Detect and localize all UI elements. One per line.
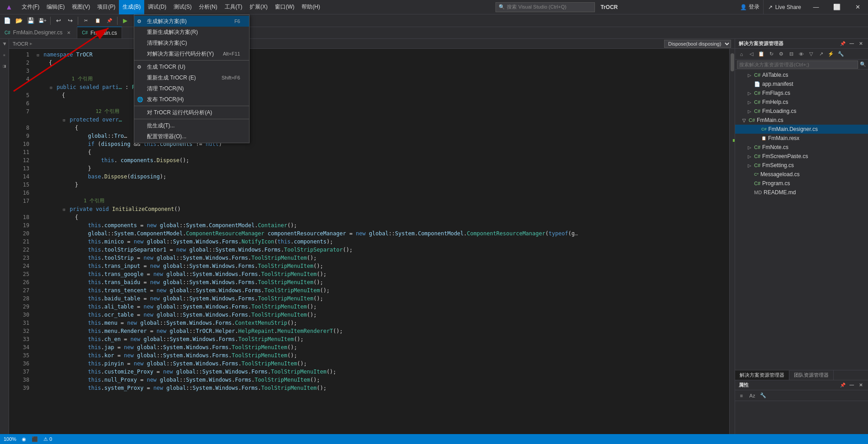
- tree-item-fmflags[interactable]: ▷ C# FmFlags.cs: [735, 89, 868, 98]
- search-box[interactable]: 🔍 搜索 Visual Studio (Ctrl+Q): [495, 2, 595, 12]
- se-btn-refresh[interactable]: ↻: [767, 50, 776, 59]
- menu-batch-build[interactable]: 批生成(T)...: [134, 120, 249, 131]
- code-line-14: base.Dispose(disposing);: [34, 173, 729, 181]
- toolbar-copy[interactable]: 📋: [92, 16, 103, 26]
- menu-help[interactable]: 帮助(H): [298, 0, 324, 14]
- toolbar-redo[interactable]: ↪: [65, 16, 75, 26]
- tree-item-fmmain-designer[interactable]: C# FmMain.Designer.cs: [735, 125, 868, 134]
- tree-item-alitable[interactable]: ▷ C# AliTable.cs: [735, 70, 868, 79]
- se-btn-settings[interactable]: ⚙: [777, 50, 786, 59]
- code-line-17: ⊟ private void InitializeComponent(): [34, 205, 729, 213]
- scrollbar-vertical[interactable]: [729, 49, 735, 434]
- tree-item-fmloading[interactable]: ▷ C# FmLoading.cs: [735, 107, 868, 116]
- live-share-button[interactable]: ↗ Live Share: [763, 0, 806, 14]
- props-pin-icon[interactable]: 📌: [839, 382, 846, 389]
- tree-item-readme[interactable]: MD README.md: [735, 188, 868, 197]
- tree-item-program[interactable]: C# Program.cs: [735, 179, 868, 188]
- menu-window[interactable]: 窗口(W): [271, 0, 298, 14]
- panel-pin-icon[interactable]: 📌: [839, 40, 846, 47]
- se-btn-git1[interactable]: ↗: [816, 50, 826, 59]
- menu-analyze-trocr[interactable]: 对 TrOCR 运行代码分析(A): [134, 107, 249, 118]
- tab-fmmain-designer[interactable]: C# FmMain.Designer.cs ✕: [0, 27, 77, 38]
- menu-test[interactable]: 测试(S): [170, 0, 195, 14]
- menu-debug[interactable]: 调试(D): [144, 0, 170, 14]
- menu-publish-trocr[interactable]: 🌐 发布 TrOCR(H): [134, 94, 249, 105]
- maximize-button[interactable]: ⬜: [826, 0, 847, 14]
- menu-analyze[interactable]: 分析(N): [195, 0, 221, 14]
- minimize-button[interactable]: —: [806, 0, 826, 14]
- se-btn-filter[interactable]: ▽: [807, 50, 816, 59]
- code-line-15: }: [34, 181, 729, 189]
- toolbar-debug-start[interactable]: ▶: [120, 16, 131, 26]
- tree-item-fmsetting[interactable]: ▷ C# FmSetting.cs: [735, 161, 868, 170]
- se-btn-back[interactable]: ◁: [747, 50, 756, 59]
- panel-close-icon[interactable]: ✕: [857, 40, 864, 47]
- status-icon-1[interactable]: ◉: [22, 436, 26, 442]
- props-alpha-btn[interactable]: Az: [748, 391, 757, 400]
- menu-edit[interactable]: 编辑(E): [43, 0, 68, 14]
- menu-clean-solution[interactable]: 清理解决方案(C): [134, 37, 249, 48]
- tab-close-designer[interactable]: ✕: [65, 29, 72, 36]
- props-close-icon[interactable]: ✕: [857, 382, 864, 389]
- menu-bar: 文件(F) 编辑(E) 视图(V) 项目(P) 生成(B) 调试(D) 测试(S…: [18, 0, 377, 14]
- tab-solution-explorer[interactable]: 解决方案资源管理器: [735, 370, 789, 380]
- toolbar-saveall[interactable]: 💾+: [37, 16, 48, 26]
- tree-item-fmscreenpaste[interactable]: ▷ C# FmScreenPaste.cs: [735, 152, 868, 161]
- tab-icon-fmmain: C#: [82, 30, 88, 35]
- tree-item-fmmain-resx[interactable]: 📋 FmMain.resx: [735, 134, 868, 143]
- tab-team-explorer[interactable]: 团队资源管理器: [789, 370, 834, 380]
- toolbar-save[interactable]: 💾: [25, 16, 36, 26]
- menu-tools[interactable]: 工具(T): [221, 0, 246, 14]
- se-search-icon: 🔍: [860, 61, 866, 67]
- tree-item-fmnote[interactable]: ▷ C# FmNote.cs: [735, 143, 868, 152]
- menu-extensions[interactable]: 扩展(X): [246, 0, 271, 14]
- nav-dropdown-right[interactable]: Dispose(bool disposing): [664, 40, 731, 48]
- status-icon-3[interactable]: ⚠ 0: [43, 436, 52, 442]
- props-toolbar: ≡ Az 🔧: [735, 390, 868, 401]
- sidebar-icon-2[interactable]: ≡: [0, 50, 9, 61]
- menu-clean-trocr[interactable]: 清理 TrOCR(N): [134, 83, 249, 94]
- solution-explorer-panel: 解决方案资源管理器 📌 — ✕ ⌂ ◁ 📋 ↻ ⚙ ⊟ 👁 ▽ ↗ ⚡ 🔧 🔍: [735, 39, 868, 434]
- tree-item-manifest[interactable]: 📄 app.manifest: [735, 79, 868, 89]
- menu-view[interactable]: 视图(V): [68, 0, 94, 14]
- menu-configuration-manager[interactable]: 配置管理器(O)...: [134, 131, 249, 142]
- se-btn-props[interactable]: 📋: [757, 50, 766, 59]
- toolbar-paste[interactable]: 📌: [104, 16, 115, 26]
- sidebar-icon-1[interactable]: ⯈: [0, 40, 10, 49]
- tree-item-messageload[interactable]: C* Messageload.cs: [735, 170, 868, 179]
- panel-minimize-icon[interactable]: —: [848, 40, 855, 47]
- tree-item-fmhelp[interactable]: ▷ C# FmHelp.cs: [735, 98, 868, 107]
- menu-rebuild-solution[interactable]: 重新生成解决方案(R): [134, 27, 249, 37]
- menu-project[interactable]: 项目(P): [94, 0, 119, 14]
- se-btn-collapse[interactable]: ⊟: [787, 50, 796, 59]
- dropdown-sep-3: [134, 119, 249, 119]
- menu-build-solution[interactable]: ⚙ 生成解决方案(B) F6: [134, 16, 249, 27]
- props-wrench-btn[interactable]: 🔧: [759, 391, 768, 400]
- tree-item-fmmain[interactable]: ▽ C# FmMain.cs: [735, 116, 868, 125]
- menu-rebuild-trocr[interactable]: 重新生成 TrOCR (E) Shift+F6: [134, 72, 249, 83]
- se-btn-git2[interactable]: ⚡: [826, 50, 835, 59]
- toolbar-open[interactable]: 📂: [14, 16, 24, 26]
- toolbar-cut[interactable]: ✂: [80, 16, 91, 26]
- build-icon: ⚙: [137, 19, 142, 24]
- status-icon-2[interactable]: ⬛: [32, 436, 38, 442]
- tree-label: FmLoading.cs: [762, 108, 796, 114]
- close-button[interactable]: ✕: [847, 0, 868, 14]
- menu-build-trocr[interactable]: ⚙ 生成 TrOCR (U): [134, 61, 249, 72]
- tab-fmmain[interactable]: C# FmMain.cs: [77, 27, 122, 38]
- se-btn-home[interactable]: ⌂: [737, 50, 746, 59]
- code-line-39: this.system_Proxy = new global::System.W…: [34, 384, 729, 392]
- toolbar-undo[interactable]: ↩: [53, 16, 64, 26]
- menu-build[interactable]: 生成(B): [119, 0, 144, 14]
- menu-analyze-solution[interactable]: 对解决方案运行代码分析(Y) Alt+F11: [134, 48, 249, 59]
- live-share-label: Live Share: [775, 4, 801, 10]
- toolbar-new[interactable]: 📄: [2, 16, 13, 26]
- se-btn-show-all[interactable]: 👁: [797, 50, 806, 59]
- se-btn-wrench[interactable]: 🔧: [836, 50, 845, 59]
- login-area[interactable]: 👤 登录: [736, 3, 763, 11]
- sidebar-icon-3[interactable]: ◨: [0, 61, 9, 71]
- menu-file[interactable]: 文件(F): [18, 0, 43, 14]
- props-category-btn[interactable]: ≡: [737, 391, 746, 400]
- props-minimize-icon[interactable]: —: [848, 382, 855, 389]
- se-search-input[interactable]: [737, 61, 858, 69]
